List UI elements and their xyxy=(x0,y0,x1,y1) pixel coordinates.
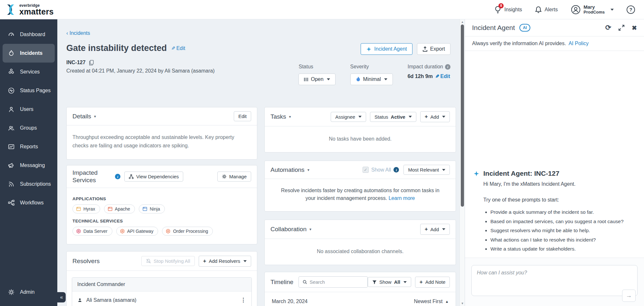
sidebar-item-reports[interactable]: Reports xyxy=(0,137,57,156)
insights-bulb-icon: 8 xyxy=(494,5,502,14)
xmatters-logo-icon xyxy=(5,4,17,16)
service-chip-hyrax[interactable]: Hyrax xyxy=(72,204,100,213)
learn-more-link[interactable]: Learn more xyxy=(389,195,415,201)
service-chip-order-processing[interactable]: Order Processing xyxy=(162,227,213,236)
impact-value: 6d 12h 9m xyxy=(408,74,433,79)
bell-off-icon xyxy=(146,259,151,264)
incidents-icon xyxy=(8,50,15,57)
groups-icon xyxy=(8,124,15,132)
sidebar-item-admin[interactable]: Admin xyxy=(0,283,57,301)
tasks-empty-text: No tasks have been added. xyxy=(270,132,450,146)
help-button[interactable]: ? xyxy=(627,5,635,14)
agent-notice-text: Always verify the information AI provide… xyxy=(472,41,566,46)
tasks-add-button[interactable]: +Add xyxy=(420,111,450,122)
export-button[interactable]: Export xyxy=(417,43,450,55)
scroll-up-icon[interactable]: ▲ xyxy=(460,20,465,24)
insights-label: Insights xyxy=(504,7,522,13)
tasks-title[interactable]: Tasks▾ xyxy=(270,113,291,120)
refresh-icon[interactable]: ⟳ xyxy=(605,24,611,31)
expand-icon[interactable] xyxy=(618,25,625,31)
tasks-assignee-dropdown[interactable]: Assignee xyxy=(331,112,366,122)
resolvers-panel: Resolvers Stop Notifying All +Add Resolv… xyxy=(66,251,257,306)
add-note-button[interactable]: +Add Note xyxy=(415,277,450,288)
users-icon xyxy=(8,106,15,113)
scroll-down-icon[interactable]: ▼ xyxy=(460,302,465,305)
timeline-show-dropdown[interactable]: ShowAll xyxy=(368,277,411,287)
collaboration-empty-text: No associated collaboration channels. xyxy=(270,245,450,259)
timeline-search[interactable] xyxy=(298,276,368,288)
agent-input-section: → xyxy=(465,258,644,306)
sidebar-item-users[interactable]: Users xyxy=(0,100,57,119)
incident-agent-panel: Incident Agent AI ⟳ ✖ Always verify the … xyxy=(465,19,644,306)
services-icon xyxy=(8,68,15,75)
app-window-icon xyxy=(76,206,81,212)
most-relevant-dropdown[interactable]: Most Relevant xyxy=(403,165,450,175)
collaboration-add-button[interactable]: +Add xyxy=(420,224,450,235)
manage-button[interactable]: Manage xyxy=(217,172,251,182)
sidebar-item-incidents[interactable]: Incidents xyxy=(3,44,55,63)
tasks-panel: Tasks▾ Assignee StatusActive +Add No tas… xyxy=(264,107,456,153)
kebab-menu-icon[interactable]: ⋮ xyxy=(241,297,246,303)
severity-dropdown[interactable]: Minimal xyxy=(350,74,393,85)
agent-prompt: Provide a quick summary of the incident … xyxy=(490,209,636,216)
sidebar-item-status-pages[interactable]: Status Pages xyxy=(0,81,57,100)
status-field: Status Open xyxy=(298,64,335,85)
ai-policy-link[interactable]: AI Policy xyxy=(569,41,589,46)
details-title[interactable]: Details▾ xyxy=(72,113,96,120)
sidebar-item-messaging[interactable]: Messaging xyxy=(0,156,57,175)
service-chip-apache[interactable]: Apache xyxy=(104,204,135,213)
dependencies-icon xyxy=(129,174,134,179)
automations-panel: Automations▾ ✓ Show All i Most Relevant … xyxy=(264,161,456,212)
show-all-checkbox[interactable]: ✓ xyxy=(363,167,369,173)
service-chip-api-gateway[interactable]: API Gateway xyxy=(116,227,158,236)
view-dependencies-button[interactable]: View Dependencies xyxy=(124,172,183,182)
main-scrollbar[interactable]: ▲ ▼ xyxy=(459,19,465,306)
title-edit-link[interactable]: ✎Edit xyxy=(171,45,185,51)
tasks-status-dropdown[interactable]: StatusActive xyxy=(370,112,416,122)
impacted-title: Impacted Services xyxy=(72,169,111,184)
show-all-label: Show All xyxy=(371,167,391,173)
agent-message-title: Incident Agent: INC-127 xyxy=(483,170,559,177)
impacted-info-icon[interactable]: i xyxy=(115,174,120,179)
sidebar-item-services[interactable]: Services xyxy=(0,63,57,81)
gear-icon xyxy=(222,174,227,179)
automations-title[interactable]: Automations▾ xyxy=(270,166,309,173)
app-window-icon xyxy=(108,206,113,212)
sidebar-item-groups[interactable]: Groups xyxy=(0,119,57,137)
impact-info-icon[interactable]: i xyxy=(445,64,450,70)
add-resolvers-button[interactable]: +Add Resolvers xyxy=(199,256,251,267)
close-icon[interactable]: ✖ xyxy=(632,24,637,32)
breadcrumb[interactable]: ‹ Incidents xyxy=(66,30,90,36)
impact-label: Impact duration xyxy=(408,64,443,70)
agent-prompt: Suggest resolvers who might be able to h… xyxy=(490,227,636,234)
service-hexagon-icon xyxy=(166,229,171,234)
alerts-button[interactable]: Alerts xyxy=(535,6,558,14)
user-menu[interactable]: Mary ProdComs xyxy=(571,4,614,15)
agent-message: Incident Agent: INC-127 Hi Mary, I'm the… xyxy=(473,170,636,255)
resolvers-title: Resolvers xyxy=(72,258,99,265)
service-hexagon-icon xyxy=(76,229,81,234)
agent-prompt-intro: Try one of these prompts to start: xyxy=(483,196,636,203)
details-edit-button[interactable]: Edit xyxy=(234,111,251,121)
details-panel: Details▾ Edit Throughput exceeding accep… xyxy=(66,107,257,160)
service-chip-data-server[interactable]: Data Server xyxy=(72,227,112,236)
filter-icon xyxy=(372,280,377,284)
timeline-sort-button[interactable]: Newest First▲ xyxy=(414,299,449,304)
sidebar-item-workflows[interactable]: Workflows xyxy=(0,193,57,212)
timeline-search-input[interactable] xyxy=(309,279,364,285)
agent-chat-input[interactable] xyxy=(471,265,638,296)
main-scrollbar-thumb[interactable] xyxy=(461,25,464,207)
insights-button[interactable]: 8 Insights xyxy=(494,5,522,14)
status-dropdown[interactable]: Open xyxy=(298,74,335,85)
show-all-info-icon[interactable]: i xyxy=(393,167,399,173)
collaboration-title[interactable]: Collaboration▾ xyxy=(270,226,311,233)
copy-icon[interactable] xyxy=(89,60,94,65)
incident-agent-button[interactable]: Incident Agent xyxy=(361,43,412,55)
sidebar-item-subscriptions[interactable]: Subscriptions xyxy=(0,175,57,193)
impact-edit-link[interactable]: ✎Edit xyxy=(435,74,450,79)
service-chip-ninja[interactable]: Ninja xyxy=(139,204,165,213)
send-button[interactable]: → xyxy=(622,290,636,302)
stop-notifying-button[interactable]: Stop Notifying All xyxy=(141,256,194,266)
status-label: Status xyxy=(298,64,335,70)
sidebar-item-dashboard[interactable]: Dashboard xyxy=(0,25,57,44)
